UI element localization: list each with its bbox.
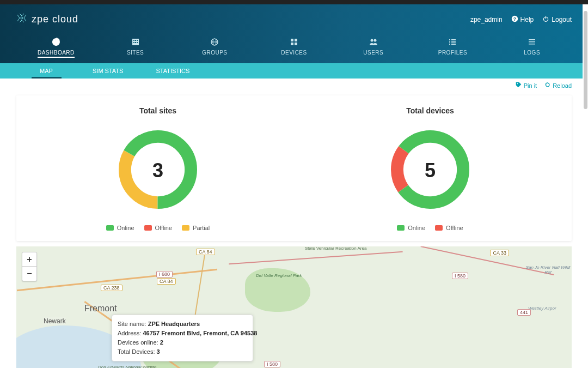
tag-icon [516,82,522,89]
svg-point-0 [21,17,23,19]
svg-rect-16 [295,39,297,41]
devices-chart-box: Total devices 5 OnlineOffline [294,106,566,231]
brand-logo: zpe cloud [16,13,78,26]
svg-rect-21 [449,39,450,40]
map[interactable]: State Vehicular Recreation Area Del Vall… [16,246,572,368]
devices-legend: OnlineOffline [397,225,463,231]
svg-rect-28 [529,41,535,43]
subnav-sim-stats[interactable]: SIM STATS [76,63,139,79]
help-link[interactable]: ? Help [511,15,534,24]
svg-rect-24 [451,41,456,43]
scrollbar[interactable] [583,4,588,368]
legend-label: Offline [446,225,463,231]
reload-button[interactable]: Reload [544,82,572,89]
nav-label: SITES [127,50,144,56]
road-chip-ca238: CA 238 [101,285,122,291]
map-city-newark: Newark [44,317,66,325]
power-icon [542,15,549,24]
svg-rect-25 [449,44,450,45]
popup-address-row: Address: 46757 Fremont Blvd, Fremont, CA… [118,329,247,338]
svg-rect-10 [135,42,136,43]
legend-swatch [144,225,152,231]
svg-rect-29 [529,44,535,45]
legend-item: Partial [182,225,210,231]
scrollbar-thumb[interactable] [584,11,587,109]
map-edwards-label: Don Edwards National Wildlife [98,365,157,368]
zoom-out-button[interactable]: − [22,267,36,281]
svg-rect-17 [291,43,293,45]
nav-item-users[interactable]: USERS [334,34,413,63]
legend-item: Offline [144,225,173,231]
sites-donut: 3 [114,126,201,215]
subnav-map[interactable]: MAP [16,63,76,79]
road-chip-ca84: CA 84 [196,249,215,255]
popup-total-row: Total Devices: 3 [118,347,247,357]
road-chip-i680a: I 680 [156,271,173,277]
brand-mark-icon [16,13,27,26]
svg-text:?: ? [513,16,516,21]
main-nav: DASHBOARDSITESGROUPSDEVICESUSERSPROFILES… [16,34,572,63]
nav-label: DEVICES [281,50,307,56]
popup-site-row: Site name: ZPE Headquarters [118,319,247,329]
nav-label: GROUPS [202,50,227,56]
user-label[interactable]: zpe_admin [470,16,503,23]
svg-rect-27 [529,39,535,40]
zoom-control: + − [22,252,37,281]
help-label: Help [520,16,534,23]
legend-swatch [435,225,443,231]
sites-donut-center: 3 [114,126,201,215]
legend-item: Online [397,225,425,231]
lines-icon [528,38,536,47]
nav-item-logs[interactable]: LOGS [492,34,572,63]
svg-rect-23 [449,41,450,43]
map-delvalle-label: Del Valle Regional Park [256,274,302,279]
sites-chart-title: Total sites [139,106,176,115]
svg-point-20 [373,39,376,42]
pin-button[interactable]: Pin it [516,82,537,89]
nav-item-dashboard[interactable]: DASHBOARD [16,34,96,63]
legend-label: Offline [155,225,173,231]
subnav-statistics[interactable]: STATISTICS [139,63,206,79]
zoom-in-button[interactable]: + [22,252,36,267]
svg-rect-7 [135,40,136,41]
svg-rect-22 [451,39,456,40]
logout-link[interactable]: Logout [542,15,572,24]
pie-icon [52,38,60,47]
header: zpe cloud zpe_admin ? Help Logout DA [0,4,588,63]
map-refuge-label: San Jo River Nati Wildl Ref [524,266,572,275]
globe-icon [210,38,219,47]
map-vehicular-label: State Vehicular Recreation Area [305,246,366,251]
action-bar: Pin it Reload [0,79,588,92]
nav-item-groups[interactable]: GROUPS [175,34,254,63]
legend-label: Partial [193,225,210,231]
nav-label: DASHBOARD [38,50,75,58]
road-chip-441: 441 [517,309,531,316]
pin-label: Pin it [524,82,537,89]
header-top: zpe cloud zpe_admin ? Help Logout [16,13,572,34]
map-westley-label: Westley Airpor [528,306,556,311]
svg-point-30 [517,83,518,85]
svg-rect-9 [133,42,134,43]
building-icon [131,38,140,47]
legend-item: Online [106,225,134,231]
nav-item-profiles[interactable]: PROFILES [413,34,493,63]
list-icon [448,38,457,47]
grid-icon [290,38,298,47]
logout-label: Logout [552,16,572,23]
nav-item-devices[interactable]: DEVICES [254,34,334,63]
svg-rect-8 [137,40,138,41]
svg-rect-18 [295,43,297,45]
road-chip-ca84b: CA 84 [157,278,176,285]
sub-nav: MAPSIM STATSSTATISTICS [0,63,588,79]
devices-chart-title: Total devices [406,106,454,115]
nav-item-sites[interactable]: SITES [96,34,175,63]
nav-label: PROFILES [438,50,467,56]
popup-online-row: Devices online: 2 [118,338,247,347]
legend-label: Online [408,225,425,231]
app-root: zpe cloud zpe_admin ? Help Logout DA [0,0,588,368]
legend-swatch [106,225,114,231]
legend-label: Online [117,225,134,231]
summary-panel: Total sites 3 OnlineOfflinePartial Total… [16,95,572,241]
help-icon: ? [511,15,518,24]
map-city-fremont: Fremont [84,304,117,313]
